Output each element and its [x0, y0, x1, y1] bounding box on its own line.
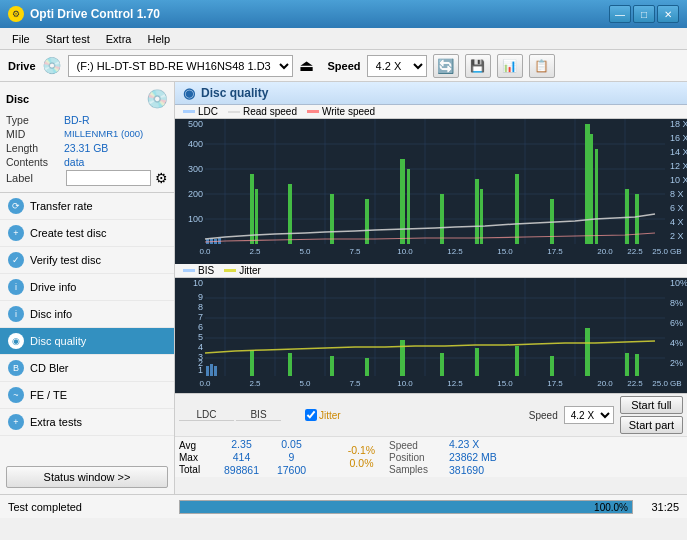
- save-button[interactable]: 📊: [497, 54, 523, 78]
- svg-text:7: 7: [198, 312, 203, 322]
- svg-text:10.0: 10.0: [397, 247, 413, 256]
- write-speed-label: Write speed: [322, 106, 375, 117]
- svg-text:1: 1: [198, 365, 203, 375]
- svg-text:25.0 GB: 25.0 GB: [652, 247, 681, 256]
- drive-eject-icon[interactable]: ⏏: [299, 56, 314, 75]
- samples-label: Samples: [389, 464, 449, 475]
- nav-disc-quality[interactable]: ◉ Disc quality: [0, 328, 174, 355]
- nav-disc-info[interactable]: i Disc info: [0, 301, 174, 328]
- svg-rect-53: [515, 174, 519, 244]
- nav-fe-te-label: FE / TE: [30, 389, 67, 401]
- svg-text:5.0: 5.0: [299, 379, 311, 388]
- nav-fe-te[interactable]: ~ FE / TE: [0, 382, 174, 409]
- menu-extra[interactable]: Extra: [98, 31, 140, 47]
- ldc-header: LDC: [179, 409, 234, 421]
- start-part-button[interactable]: Start part: [620, 416, 683, 434]
- svg-text:4: 4: [198, 342, 203, 352]
- speed-select-2[interactable]: 4.2 XMax: [564, 406, 614, 424]
- total-label: Total: [179, 464, 214, 475]
- menu-help[interactable]: Help: [139, 31, 178, 47]
- close-button[interactable]: ✕: [657, 5, 679, 23]
- svg-text:2.5: 2.5: [249, 379, 261, 388]
- status-window-button[interactable]: Status window >>: [6, 466, 168, 488]
- extra-tests-icon: +: [8, 414, 24, 430]
- svg-text:12.5: 12.5: [447, 379, 463, 388]
- read-speed-color: [228, 111, 240, 113]
- jitter-checkbox[interactable]: [305, 409, 317, 421]
- title-bar-text: Opti Drive Control 1.70: [30, 7, 160, 21]
- speed-value: 4.23 X: [449, 438, 539, 450]
- svg-text:15.0: 15.0: [497, 379, 513, 388]
- refresh-button[interactable]: 🔄: [433, 54, 459, 78]
- drive-bar: Drive 💿 (F:) HL-DT-ST BD-RE WH16NS48 1.D…: [0, 50, 687, 82]
- lower-chart: 10 9 8 7 6 5 4 3 2 1 10% 8% 6% 4% 2% 0.0: [175, 278, 687, 393]
- total-bis: 17600: [277, 464, 306, 476]
- svg-rect-112: [585, 328, 590, 376]
- jitter-legend: Jitter: [224, 265, 261, 276]
- nav-create-test-disc[interactable]: + Create test disc: [0, 220, 174, 247]
- bis-legend: BIS: [183, 265, 214, 276]
- speed-select[interactable]: 4.2 XMax8.0 X: [367, 55, 427, 77]
- max-ldc: 414: [233, 451, 251, 463]
- label-settings-icon[interactable]: ⚙: [155, 170, 168, 186]
- svg-rect-51: [475, 179, 479, 244]
- nav-drive-info[interactable]: i Drive info: [0, 274, 174, 301]
- panel-header-icon: ◉: [183, 85, 195, 101]
- svg-text:17.5: 17.5: [547, 379, 563, 388]
- jitter-legend-label: Jitter: [239, 265, 261, 276]
- svg-rect-114: [635, 354, 639, 376]
- nav-cd-bler[interactable]: B CD Bler: [0, 355, 174, 382]
- svg-text:500: 500: [188, 119, 203, 129]
- svg-text:2%: 2%: [670, 358, 683, 368]
- disc-section: Disc 💿 Type BD-R MID MILLENMR1 (000) Len…: [0, 82, 174, 193]
- svg-text:20.0: 20.0: [597, 247, 613, 256]
- svg-text:400: 400: [188, 139, 203, 149]
- label-input[interactable]: [66, 170, 151, 186]
- nav-cd-bler-label: CD Bler: [30, 362, 69, 374]
- drive-select[interactable]: (F:) HL-DT-ST BD-RE WH16NS48 1.D3: [68, 55, 293, 77]
- nav-transfer-rate[interactable]: ⟳ Transfer rate: [0, 193, 174, 220]
- svg-rect-48: [400, 159, 405, 244]
- nav-extra-tests[interactable]: + Extra tests: [0, 409, 174, 436]
- contents-value: data: [64, 156, 84, 168]
- contents-key: Contents: [6, 156, 64, 168]
- drive-label: Drive: [8, 60, 36, 72]
- fe-te-icon: ~: [8, 387, 24, 403]
- svg-text:22.5: 22.5: [627, 379, 643, 388]
- svg-text:4 X: 4 X: [670, 217, 684, 227]
- svg-text:7.5: 7.5: [349, 379, 361, 388]
- svg-text:0.0: 0.0: [199, 379, 211, 388]
- speed-header: Speed: [529, 410, 558, 421]
- svg-text:7.5: 7.5: [349, 247, 361, 256]
- nav-verify-test-disc[interactable]: ✓ Verify test disc: [0, 247, 174, 274]
- menu-file[interactable]: File: [4, 31, 38, 47]
- lower-chart-svg: 10 9 8 7 6 5 4 3 2 1 10% 8% 6% 4% 2% 0.0: [175, 278, 687, 393]
- svg-text:8 X: 8 X: [670, 189, 684, 199]
- svg-rect-109: [475, 348, 479, 376]
- ldc-legend-color: [183, 110, 195, 113]
- avg-jitter: -0.1%: [348, 444, 375, 456]
- svg-text:12.5: 12.5: [447, 247, 463, 256]
- restore-button[interactable]: □: [633, 5, 655, 23]
- disc-quality-icon: ◉: [8, 333, 24, 349]
- menu-start-test[interactable]: Start test: [38, 31, 98, 47]
- max-bis: 9: [289, 451, 295, 463]
- max-jitter: 0.0%: [350, 457, 374, 469]
- export-button[interactable]: 📋: [529, 54, 555, 78]
- total-ldc: 898861: [224, 464, 259, 476]
- svg-rect-102: [214, 366, 217, 376]
- avg-ldc: 2.35: [231, 438, 251, 450]
- svg-rect-100: [206, 366, 209, 376]
- svg-rect-103: [250, 350, 254, 376]
- main-content: Disc 💿 Type BD-R MID MILLENMR1 (000) Len…: [0, 82, 687, 494]
- app-icon: ⚙: [8, 6, 24, 22]
- label-key: Label: [6, 172, 62, 184]
- svg-rect-104: [288, 353, 292, 376]
- disc-button[interactable]: 💾: [465, 54, 491, 78]
- minimize-button[interactable]: —: [609, 5, 631, 23]
- ldc-legend: LDC: [183, 106, 218, 117]
- mid-value: MILLENMR1 (000): [64, 128, 143, 140]
- progress-bar-fill: [180, 501, 632, 513]
- svg-text:20.0: 20.0: [597, 379, 613, 388]
- start-full-button[interactable]: Start full: [620, 396, 683, 414]
